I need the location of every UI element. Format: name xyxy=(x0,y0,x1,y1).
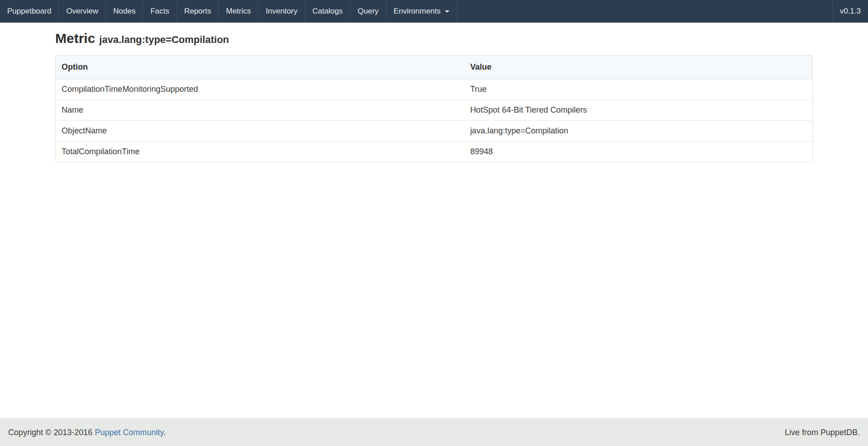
nav-brand-puppetboard[interactable]: Puppetboard xyxy=(0,0,59,23)
puppetdb-status-text: Live from PuppetDB. xyxy=(785,428,860,437)
puppet-community-link[interactable]: Puppet Community xyxy=(95,428,163,437)
nav-item-facts[interactable]: Facts xyxy=(143,0,177,23)
table-row: ObjectName java.lang:type=Compilation xyxy=(56,120,812,141)
version-badge: v0.1.3 xyxy=(832,0,868,23)
table-row: Name HotSpot 64-Bit Tiered Compilers xyxy=(56,100,812,120)
top-navbar: Puppetboard Overview Nodes Facts Reports… xyxy=(0,0,868,23)
option-cell: Name xyxy=(56,100,464,120)
caret-down-icon xyxy=(445,10,449,13)
option-cell: ObjectName xyxy=(56,120,464,141)
table-row: CompilationTimeMonitoringSupported True xyxy=(56,79,812,100)
table-row: TotalCompilationTime 89948 xyxy=(56,141,812,162)
page-title-text: Metric xyxy=(55,31,95,46)
nav-item-catalogs[interactable]: Catalogs xyxy=(305,0,350,23)
option-cell: CompilationTimeMonitoringSupported xyxy=(56,79,464,100)
page-subtitle-metric-name: java.lang:type=Compilation xyxy=(99,34,229,45)
nav-item-overview[interactable]: Overview xyxy=(59,0,106,23)
column-header-value: Value xyxy=(464,56,812,79)
value-cell: java.lang:type=Compilation xyxy=(464,120,812,141)
copyright-text: Copyright © 2013-2016 Puppet Community. xyxy=(8,428,166,437)
table-header-row: Option Value xyxy=(56,56,812,79)
nav-dropdown-environments[interactable]: Environments xyxy=(386,0,457,23)
value-cell: True xyxy=(464,79,812,100)
nav-item-nodes[interactable]: Nodes xyxy=(106,0,143,23)
value-cell: HotSpot 64-Bit Tiered Compilers xyxy=(464,100,812,120)
nav-item-inventory[interactable]: Inventory xyxy=(258,0,305,23)
nav-menu: Puppetboard Overview Nodes Facts Reports… xyxy=(0,0,457,23)
nav-dropdown-environments-label: Environments xyxy=(394,7,441,16)
nav-spacer xyxy=(457,0,832,23)
copyright-suffix: . xyxy=(163,428,166,437)
metric-table: Option Value CompilationTimeMonitoringSu… xyxy=(55,55,813,162)
nav-item-reports[interactable]: Reports xyxy=(177,0,219,23)
column-header-option: Option xyxy=(56,56,464,79)
nav-item-query[interactable]: Query xyxy=(350,0,386,23)
nav-item-metrics[interactable]: Metrics xyxy=(219,0,258,23)
main-content: Metricjava.lang:type=Compilation Option … xyxy=(0,23,868,418)
page-title: Metricjava.lang:type=Compilation xyxy=(55,30,813,48)
value-cell: 89948 xyxy=(464,141,812,162)
page-footer: Copyright © 2013-2016 Puppet Community. … xyxy=(0,418,868,446)
option-cell: TotalCompilationTime xyxy=(56,141,464,162)
copyright-prefix: Copyright © 2013-2016 xyxy=(8,428,95,437)
